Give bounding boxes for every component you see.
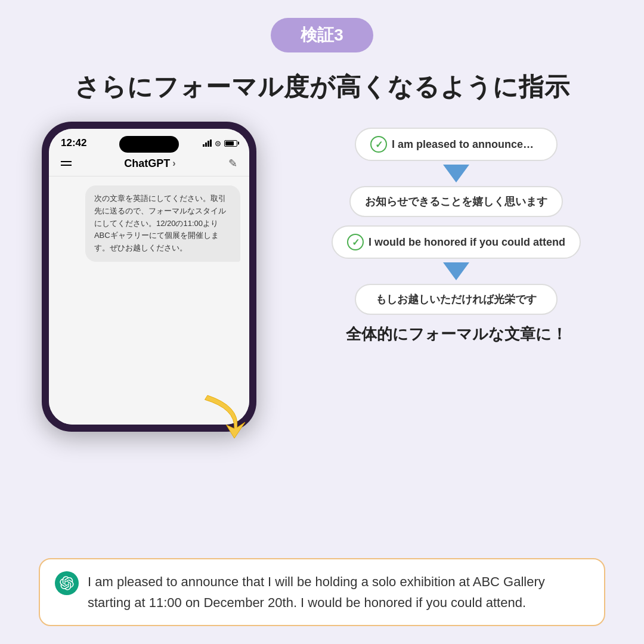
user-message-text: 次の文章を英語にしてください。取引先に送るので、フォーマルなスタイルにしてくださ… [94, 194, 226, 252]
annotation-1-ja-text: お知らせできることを嬉しく思います [365, 196, 547, 208]
phone-wrapper: 12:42 ⊜ [24, 122, 274, 432]
bottom-response-bubble: I am pleased to announce that I will be … [39, 558, 605, 626]
annotation-1-en-text: I am pleased to announce… [392, 138, 534, 151]
hamburger-icon[interactable] [61, 161, 72, 166]
annotation-bubble-1-ja: お知らせできることを嬉しく思います [349, 186, 563, 217]
phone-time: 12:42 [61, 137, 86, 149]
badge-text: 検証3 [301, 26, 343, 44]
page-container: 検証3 さらにフォーマル度が高くなるように指示 12:42 ⊜ [0, 0, 644, 644]
annotation-2-ja-text: もしお越しいただければ光栄です [376, 293, 537, 305]
user-message-bubble: 次の文章を英語にしてください。取引先に送るので、フォーマルなスタイルにしてくださ… [85, 185, 240, 262]
blue-arrow-2 [443, 262, 469, 280]
wifi-icon: ⊜ [215, 139, 221, 148]
top-badge: 検証3 [271, 18, 373, 52]
phone-screen: 12:42 ⊜ [49, 129, 249, 425]
phone-header-title: ChatGPT › [124, 157, 175, 170]
conclusion-label: 全体的にフォーマルな文章に！ [346, 324, 567, 345]
phone-header: ChatGPT › ✎ [49, 152, 249, 177]
response-text: I am pleased to announce that I will be … [88, 571, 589, 613]
phone-mockup: 12:42 ⊜ [42, 122, 256, 432]
battery-icon [224, 140, 237, 147]
content-area: 12:42 ⊜ [24, 122, 620, 546]
annotation-bubble-2-en: I would be honored if you could attend [332, 225, 581, 259]
blue-arrow-1 [443, 165, 469, 182]
annotation-bubble-1-en: I am pleased to announce… [355, 128, 558, 161]
annotation-bubble-2-ja: もしお越しいただければ光栄です [355, 284, 558, 315]
check-icon-1 [370, 136, 387, 153]
yellow-arrow-container [197, 390, 256, 450]
phone-chat-area: 次の文章を英語にしてください。取引先に送るので、フォーマルなスタイルにしてくださ… [49, 177, 249, 425]
annotation-area: I am pleased to announce… お知らせできることを嬉しく思… [292, 128, 620, 345]
chevron-icon: › [172, 158, 175, 169]
yellow-arrow-icon [197, 390, 250, 444]
annotation-2-en-text: I would be honored if you could attend [369, 236, 565, 249]
phone-status-bar: 12:42 ⊜ [49, 129, 249, 152]
chatgpt-logo-icon [55, 571, 79, 595]
chatgpt-title: ChatGPT [124, 157, 170, 170]
signal-icon [203, 140, 212, 147]
phone-status-icons: ⊜ [203, 139, 237, 148]
check-icon-2 [347, 234, 364, 250]
main-heading: さらにフォーマル度が高くなるように指示 [75, 70, 570, 104]
edit-icon[interactable]: ✎ [228, 157, 237, 170]
chatgpt-svg [60, 576, 74, 590]
phone-notch [119, 136, 179, 153]
